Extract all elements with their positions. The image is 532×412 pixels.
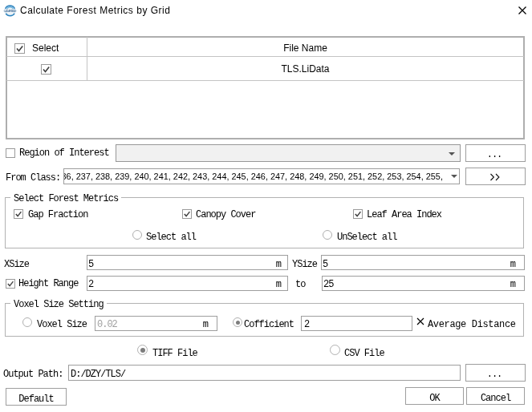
svg-text:LiDAR360: LiDAR360 bbox=[5, 10, 16, 13]
